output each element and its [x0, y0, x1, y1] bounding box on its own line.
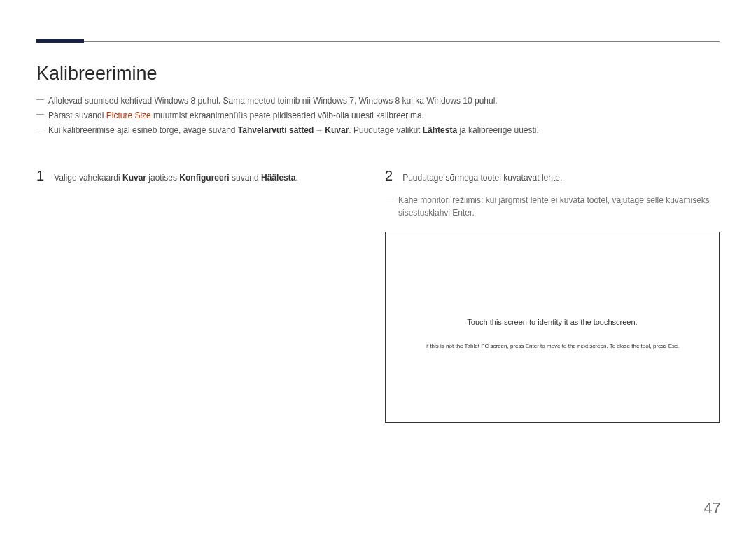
touchscreen-prompt-line1: Touch this screen to identity it as the … — [386, 318, 719, 326]
step-1: 1 Valige vahekaardi Kuvar jaotises Konfi… — [36, 169, 364, 184]
thin-divider — [36, 41, 720, 42]
step-2-number: 2 — [385, 169, 393, 183]
top-rule — [36, 39, 720, 42]
touchscreen-prompt-content: Touch this screen to identity it as the … — [386, 318, 719, 349]
step-2-note: Kahe monitori režiimis: kui järgmist leh… — [396, 194, 720, 219]
touchscreen-prompt-box: Touch this screen to identity it as the … — [385, 232, 720, 423]
step-1-text: Valige vahekaardi Kuvar jaotises Konfigu… — [54, 171, 298, 184]
column-left: 1 Valige vahekaardi Kuvar jaotises Konfi… — [36, 169, 364, 423]
intro-notes: Allolevad suunised kehtivad Windows 8 pu… — [36, 94, 720, 138]
intro-note-1: Allolevad suunised kehtivad Windows 8 pu… — [46, 94, 720, 108]
step-2-text: Puudutage sõrmega tootel kuvatavat lehte… — [402, 171, 562, 184]
thick-accent-bar — [36, 39, 84, 43]
column-right: 2 Puudutage sõrmega tootel kuvatavat leh… — [385, 169, 720, 423]
intro-note-3: Kui kalibreerimise ajal esineb tõrge, av… — [46, 124, 720, 137]
page-number: 47 — [704, 499, 721, 517]
steps-columns: 1 Valige vahekaardi Kuvar jaotises Konfi… — [36, 169, 720, 423]
touchscreen-prompt-line2: If this is not the Tablet PC screen, pre… — [386, 343, 719, 349]
intro-note-2: Pärast suvandi Picture Size muutmist ekr… — [46, 109, 720, 122]
page-container: Kalibreerimine Allolevad suunised kehtiv… — [0, 0, 756, 423]
step-1-number: 1 — [36, 169, 44, 183]
page-title: Kalibreerimine — [36, 63, 720, 85]
step-2: 2 Puudutage sõrmega tootel kuvatavat leh… — [385, 169, 720, 184]
